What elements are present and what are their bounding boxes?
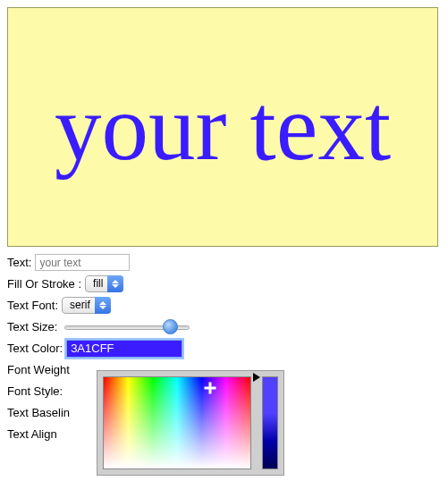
text-size-slider[interactable]	[64, 320, 190, 334]
text-color-row: Text Color:	[7, 340, 441, 357]
saturation-value-area[interactable]	[103, 376, 251, 469]
font-weight-label: Font Weight	[7, 363, 70, 376]
fill-or-stroke-select[interactable]: fill	[85, 275, 123, 292]
text-size-label: Text Size:	[7, 320, 57, 333]
text-size-row: Text Size:	[7, 318, 441, 335]
color-picker-popup[interactable]	[97, 370, 284, 476]
fill-or-stroke-label: Fill Or Stroke :	[7, 277, 81, 291]
text-color-input[interactable]	[66, 340, 182, 358]
hue-slider[interactable]	[262, 376, 278, 469]
text-row: Text:	[7, 254, 441, 271]
text-label: Text:	[7, 256, 31, 269]
text-preview-canvas: your text	[7, 7, 438, 247]
text-font-select[interactable]: serif	[62, 297, 111, 314]
text-align-label: Text Align	[7, 427, 57, 441]
text-font-label: Text Font:	[7, 299, 58, 312]
font-style-label: Font Style:	[7, 384, 63, 398]
slider-thumb[interactable]	[163, 319, 178, 334]
preview-text: your text	[55, 80, 391, 174]
text-color-label: Text Color:	[7, 342, 63, 355]
text-baseline-label: Text Baselin	[7, 406, 70, 419]
crosshair-icon	[205, 383, 216, 394]
text-font-row: Text Font: serif	[7, 297, 441, 314]
fill-or-stroke-row: Fill Or Stroke : fill	[7, 275, 441, 292]
hue-arrow-icon	[253, 373, 260, 382]
text-input[interactable]	[35, 254, 130, 271]
